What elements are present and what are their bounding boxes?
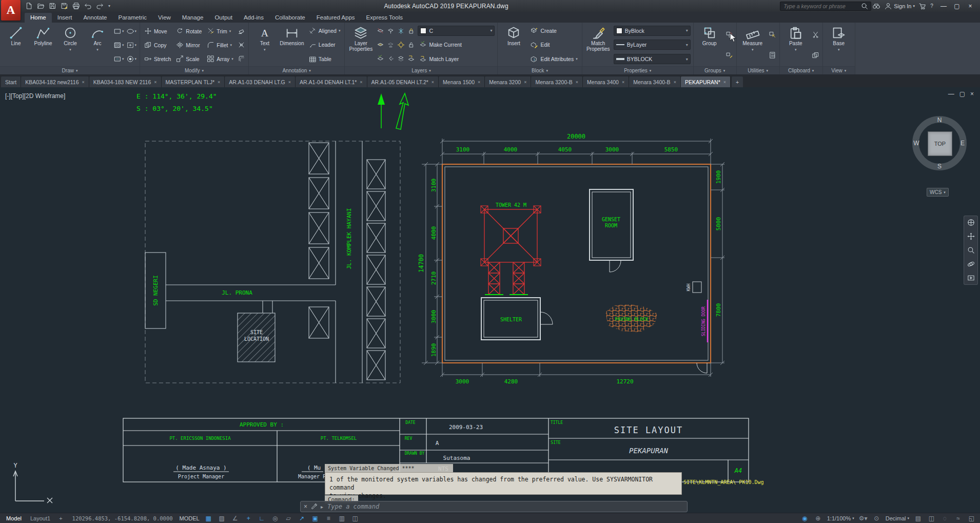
panel-title-properties[interactable]: Properties▾ xyxy=(582,66,693,74)
polyline-button[interactable]: Polyline xyxy=(30,24,56,66)
polar-tracking-toggle-icon[interactable]: ◎ xyxy=(271,515,280,522)
layer-match-button[interactable] xyxy=(407,54,416,63)
annotation-monitor-toggle-icon[interactable]: ⊙ xyxy=(872,515,881,522)
circle-button[interactable]: Circle▾ xyxy=(57,24,84,66)
doc-tab-menara-3400-b[interactable]: Menara 3400-B× xyxy=(629,76,681,87)
create-button[interactable]: Create xyxy=(529,26,579,36)
plot-button[interactable] xyxy=(71,1,82,11)
mirror-button[interactable]: Mirror xyxy=(174,40,203,50)
edit-attributes-button[interactable]: 1Edit Attributes▾ xyxy=(529,54,579,64)
leader-button[interactable]: Leader xyxy=(307,40,342,50)
maximize-button[interactable]: ▢ xyxy=(950,1,964,11)
application-menu-button[interactable]: A xyxy=(1,0,21,21)
redo-button[interactable] xyxy=(94,1,105,11)
hatch-button[interactable]: ▾ xyxy=(113,41,125,50)
layout1-tab[interactable]: Layout1 xyxy=(28,515,52,521)
snap-toggle-icon[interactable]: ▨ xyxy=(218,515,226,522)
open-button[interactable] xyxy=(35,1,46,11)
ribbon-tab-collaborate[interactable]: Collaborate xyxy=(269,13,311,23)
ribbon-tab-express-tools[interactable]: Express Tools xyxy=(361,13,408,23)
recent-commands-icon[interactable]: ▸ xyxy=(321,504,323,510)
viewcube-west[interactable]: W xyxy=(913,140,919,147)
viewcube-south[interactable]: S xyxy=(937,163,942,170)
insert-button[interactable]: Insert xyxy=(500,24,527,66)
annotation-scale-control[interactable]: 1:1/100%▾ xyxy=(827,515,854,521)
table-button[interactable]: Table xyxy=(307,54,342,64)
edit-button[interactable]: Edit xyxy=(529,40,579,50)
arc-button[interactable]: Arc▾ xyxy=(84,24,111,66)
erase-button[interactable] xyxy=(237,27,246,35)
layer-on-button[interactable] xyxy=(376,41,385,49)
grid-toggle-icon[interactable]: ▦ xyxy=(204,515,213,522)
panel-title-groups[interactable]: Groups▾ xyxy=(694,66,736,74)
panel-title-layers[interactable]: Layers▾ xyxy=(345,66,497,74)
tab-close-icon[interactable]: × xyxy=(478,80,480,85)
line-button[interactable]: Line xyxy=(3,24,29,66)
layer-unlock-button[interactable] xyxy=(407,41,416,49)
layer-thaw-button[interactable] xyxy=(397,41,405,49)
panel-title-clipboard[interactable]: Clipboard▾ xyxy=(780,66,822,74)
drawing-viewport[interactable]: E : 114°, 36', 29.4"S : 03°, 20', 34.5"S… xyxy=(0,87,980,513)
ribbon-tab-home[interactable]: Home xyxy=(25,13,52,23)
panel-title-utilities[interactable]: Utilities▾ xyxy=(737,66,779,74)
app-store-cart-icon[interactable] xyxy=(918,2,927,10)
ortho-toggle-icon[interactable]: ∟ xyxy=(258,515,266,522)
viewcube[interactable]: N E S W TOP xyxy=(909,113,970,173)
byblock-select[interactable]: ByBlock▾ xyxy=(614,26,691,36)
group-edit-button[interactable] xyxy=(725,51,734,60)
ribbon-tab-annotate[interactable]: Annotate xyxy=(77,13,112,23)
new-drawing-tab-button[interactable]: + xyxy=(732,76,743,87)
command-input[interactable] xyxy=(326,502,684,511)
viewcube-east[interactable]: E xyxy=(961,140,965,147)
doc-tab-masterplan-tlj[interactable]: MASTERPLAN TLJ*× xyxy=(162,76,225,87)
workspace-toggle-icon[interactable]: ⚙▾ xyxy=(859,515,868,522)
panel-title-annotation[interactable]: Annotation▾ xyxy=(249,66,345,74)
text-button[interactable]: AText▾ xyxy=(251,24,278,66)
lineweight-toggle-icon[interactable]: ≡ xyxy=(324,515,333,522)
model-space-toggle[interactable]: MODEL xyxy=(180,515,200,521)
object-snap-tracking-toggle-icon[interactable]: ↗ xyxy=(298,515,306,522)
clean-screen-toggle-icon[interactable]: ◱ xyxy=(967,515,976,522)
layer-prev-button[interactable] xyxy=(386,54,395,63)
selection-cycling-toggle-icon[interactable]: ◫ xyxy=(351,515,360,522)
save-button[interactable] xyxy=(47,1,58,11)
donut-button[interactable]: ▾ xyxy=(126,54,138,64)
calc-button[interactable] xyxy=(768,51,777,60)
aligned-button[interactable]: Aligned▾ xyxy=(307,26,342,36)
tab-close-icon[interactable]: × xyxy=(432,80,434,85)
viewport-controls[interactable]: [-][Top][2D Wireframe] xyxy=(5,92,65,100)
doc-tab-menara-1500[interactable]: Menara 1500× xyxy=(439,76,485,87)
binoculars-icon[interactable] xyxy=(872,2,880,10)
drawing-restore-icon[interactable]: ▢ xyxy=(959,90,965,98)
ribbon-tab-manage[interactable]: Manage xyxy=(177,13,209,23)
match-layer-button[interactable]: Match Layer xyxy=(418,54,495,64)
close-button[interactable]: × xyxy=(964,1,977,11)
rotate-button[interactable]: Rotate xyxy=(174,26,203,36)
object-snap-toggle-icon[interactable]: ▣ xyxy=(311,515,320,522)
explode-button[interactable] xyxy=(237,41,246,49)
layer-lock-button[interactable] xyxy=(407,27,416,35)
wrench-icon[interactable] xyxy=(310,503,318,510)
search-icon[interactable] xyxy=(860,2,869,10)
tab-close-icon[interactable]: × xyxy=(524,80,526,85)
group-button[interactable]: Group xyxy=(696,24,723,66)
sign-in-button[interactable]: Sign In ▾ xyxy=(881,2,917,10)
ribbon-tab-parametric[interactable]: Parametric xyxy=(113,13,153,23)
layer-isolate-button[interactable] xyxy=(386,27,395,35)
add-layout-button[interactable]: + xyxy=(57,515,64,521)
qat-expand-icon[interactable]: ▾ xyxy=(106,4,112,8)
layer-unisolate-button[interactable] xyxy=(386,41,395,49)
tab-close-icon[interactable]: × xyxy=(82,80,85,85)
doc-tab-ar-a1-03-denah-lt-g[interactable]: AR.A1-03 DENAH LT.G× xyxy=(225,76,296,87)
doc-tab-ar-a1-05-denah-lt-2[interactable]: AR.A1-05 DENAH LT.2*× xyxy=(367,76,439,87)
undo-button[interactable] xyxy=(83,1,93,11)
command-close-icon[interactable]: × xyxy=(304,503,307,510)
cut-button[interactable] xyxy=(811,30,820,39)
quick-select-button[interactable] xyxy=(768,30,777,39)
viewcube-north[interactable]: N xyxy=(937,117,942,124)
trim-button[interactable]: Trim▾ xyxy=(205,26,235,36)
layer-properties-button[interactable]: Layer Properties xyxy=(347,24,374,66)
rectangle-button[interactable]: ▾ xyxy=(113,27,125,36)
tab-close-icon[interactable]: × xyxy=(360,80,362,85)
doc-tab-menara-3400[interactable]: Menara 3400× xyxy=(583,76,629,87)
